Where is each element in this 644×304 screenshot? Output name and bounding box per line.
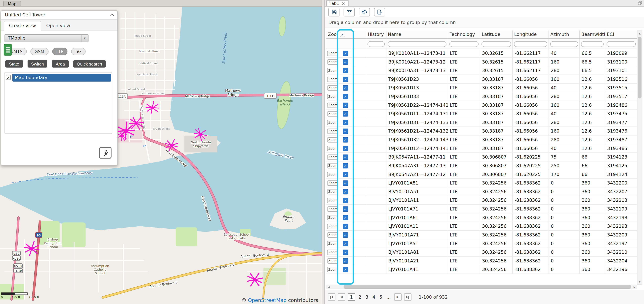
row-checkbox[interactable]: ✓ (343, 198, 348, 203)
next-page-button[interactable]: ▶ (394, 293, 402, 301)
row-zoom-button[interactable]: Zoom (327, 94, 338, 99)
table-row[interactable]: Zoom ✓ T9JK0561D12---12474-141 LTE 30.33… (326, 144, 637, 153)
row-zoom-button[interactable]: Zoom (327, 267, 338, 272)
map-control-button[interactable] (4, 44, 12, 56)
row-zoom-button[interactable]: Zoom (327, 129, 338, 134)
map-boundary-label[interactable]: Map boundary (12, 74, 111, 81)
row-checkbox[interactable]: ✓ (343, 111, 348, 116)
filter-azimuth-input[interactable] (550, 41, 578, 47)
row-zoom-button[interactable]: Zoom (327, 198, 338, 203)
filter-eci-input[interactable] (606, 41, 636, 47)
close-icon[interactable]: × (342, 1, 345, 6)
row-zoom-button[interactable]: Zoom (327, 85, 338, 90)
table-row[interactable]: Zoom ✓ B9JK0010A21---12473-12 LTE 30.326… (326, 58, 637, 66)
row-checkbox[interactable]: ✓ (343, 180, 348, 186)
switch-button[interactable]: Switch (28, 60, 48, 68)
popout-icon[interactable] (638, 1, 642, 5)
table-row[interactable]: Zoom ✓ LJVY0101A51 LTE 30.324256 -81.638… (326, 239, 637, 248)
row-zoom-button[interactable]: Zoom (327, 163, 338, 169)
quick-search-button[interactable]: Quick search (73, 60, 106, 68)
table-row[interactable]: Zoom ✓ T9JK0561D33 LTE 30.33187 -81.6605… (326, 92, 637, 101)
tab-create-view[interactable]: Create view (4, 21, 41, 31)
chip-lte[interactable]: LTE (52, 48, 68, 55)
table-row[interactable]: Zoom ✓ BJVY0101A81 LTE 30.324256 -81.638… (326, 248, 637, 256)
row-zoom-button[interactable]: Zoom (327, 155, 338, 160)
table-row[interactable]: Zoom ✓ LJVY0101A81 LTE 30.324256 -81.638… (326, 179, 637, 187)
row-checkbox[interactable]: ✓ (343, 146, 348, 151)
row-checkbox[interactable]: ✓ (343, 154, 348, 160)
page-4[interactable]: 4 (372, 294, 376, 300)
collapse-icon[interactable] (110, 14, 114, 18)
first-page-button[interactable]: ◀ (328, 293, 335, 301)
save-button[interactable] (328, 8, 340, 16)
scroll-right-icon[interactable]: ▶ (632, 284, 637, 289)
tab-tab1[interactable]: Tab1 × (326, 0, 348, 6)
vertical-scrollbar[interactable]: ▲ ▼ (637, 31, 642, 285)
row-zoom-button[interactable]: Zoom (327, 146, 338, 151)
table-row[interactable]: Zoom ✓ T9JK0561D23 LTE 30.33187 -81.6605… (326, 75, 637, 83)
table-row[interactable]: Zoom ✓ BJVY0101A71 LTE 30.324256 -81.638… (326, 230, 637, 239)
row-zoom-button[interactable]: Zoom (327, 103, 338, 108)
row-checkbox[interactable]: ✓ (343, 128, 348, 134)
col-header-latitude[interactable]: Latitude (480, 31, 512, 39)
row-zoom-button[interactable]: Zoom (327, 111, 338, 116)
row-checkbox[interactable]: ✓ (343, 77, 348, 82)
table-row[interactable]: Zoom ✓ LJVY0101A11 LTE 30.324256 -81.638… (326, 222, 637, 231)
chip-5g[interactable]: 5G (71, 48, 86, 55)
scroll-left-icon[interactable]: ◀ (326, 284, 331, 289)
row-checkbox[interactable]: ✓ (343, 249, 348, 255)
row-checkbox[interactable]: ✓ (343, 85, 348, 90)
row-zoom-button[interactable]: Zoom (327, 207, 338, 212)
row-zoom-button[interactable]: Zoom (327, 120, 338, 125)
filter-beamwidth-input[interactable] (581, 41, 603, 47)
table-row[interactable]: Zoom ✓ BJVY0101A21 LTE 30.324256 -81.638… (326, 256, 637, 265)
page-2[interactable]: 2 (358, 294, 362, 300)
table-row[interactable]: Zoom ✓ BJVY0101A11 LTE 30.324256 -81.638… (326, 196, 637, 205)
row-zoom-button[interactable]: Zoom (327, 250, 338, 255)
tab-open-view[interactable]: Open view (41, 22, 75, 30)
row-checkbox[interactable]: ✓ (343, 232, 348, 238)
drive-test-button[interactable] (99, 147, 112, 159)
horizontal-scrollbar[interactable]: ◀ ▶ (326, 284, 637, 289)
row-zoom-button[interactable]: Zoom (327, 181, 338, 186)
page-3[interactable]: 3 (364, 294, 369, 300)
carrier-dropdown[interactable]: TMobile ▾ (4, 34, 88, 42)
row-zoom-button[interactable]: Zoom (327, 51, 338, 56)
col-header-blank[interactable] (353, 31, 366, 39)
row-checkbox[interactable]: ✓ (343, 137, 348, 142)
row-zoom-button[interactable]: Zoom (327, 60, 338, 65)
row-zoom-button[interactable]: Zoom (327, 189, 338, 194)
scroll-up-icon[interactable]: ▲ (638, 31, 642, 36)
horizontal-scrollbar-thumb[interactable] (344, 285, 631, 289)
col-header-technology[interactable]: Technology (448, 31, 480, 39)
col-header-azimuth[interactable]: Azimuth (548, 31, 579, 39)
col-header-zoom[interactable]: Zoom (326, 31, 338, 39)
row-checkbox[interactable]: ✓ (343, 215, 348, 220)
row-checkbox[interactable]: ✓ (343, 102, 348, 108)
filter-name-input[interactable] (388, 41, 446, 47)
row-zoom-button[interactable]: Zoom (327, 241, 338, 246)
row-zoom-button[interactable]: Zoom (327, 137, 338, 142)
row-checkbox[interactable]: ✓ (343, 59, 348, 65)
row-checkbox[interactable]: ✓ (343, 267, 348, 272)
row-checkbox[interactable]: ✓ (343, 172, 348, 177)
pane-splitter[interactable] (322, 0, 324, 304)
row-checkbox[interactable]: ✓ (343, 51, 348, 56)
row-checkbox[interactable]: ✓ (343, 206, 348, 212)
row-checkbox[interactable]: ✓ (343, 241, 348, 246)
table-row[interactable]: Zoom ✓ B9JK0010A31---12473-13 LTE 30.326… (326, 66, 637, 75)
area-button[interactable]: Area (52, 60, 68, 68)
row-checkbox[interactable]: ✓ (343, 189, 348, 194)
row-zoom-button[interactable]: Zoom (327, 68, 338, 73)
table-row[interactable]: Zoom ✓ B9JK0547A11---12477-11 LTE 30.306… (326, 153, 637, 161)
filter-button[interactable] (344, 8, 355, 16)
chip-gsm[interactable]: GSM (30, 48, 48, 55)
row-checkbox[interactable]: ✓ (343, 224, 348, 229)
row-checkbox[interactable]: ✓ (343, 120, 348, 125)
tags-button[interactable] (359, 8, 370, 16)
row-zoom-button[interactable]: Zoom (327, 258, 338, 264)
row-zoom-button[interactable]: Zoom (327, 172, 338, 177)
vertical-scrollbar-thumb[interactable] (638, 37, 642, 99)
col-header-history[interactable]: History (366, 31, 386, 39)
tab-map[interactable]: Map (3, 1, 21, 6)
